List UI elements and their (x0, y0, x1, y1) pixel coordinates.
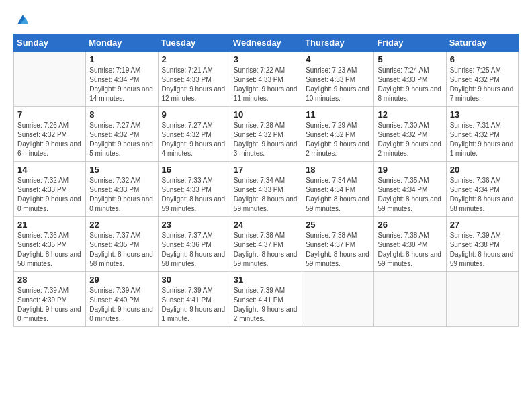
day-info: Sunrise: 7:39 AMSunset: 4:39 PMDaylight:… (17, 286, 82, 324)
day-info: Sunrise: 7:32 AMSunset: 4:33 PMDaylight:… (89, 176, 154, 214)
day-number: 27 (450, 220, 515, 230)
calendar-cell: 4Sunrise: 7:23 AMSunset: 4:33 PMDaylight… (302, 52, 374, 107)
day-info: Sunrise: 7:27 AMSunset: 4:32 PMDaylight:… (162, 121, 226, 158)
calendar-cell: 24Sunrise: 7:38 AMSunset: 4:37 PMDayligh… (230, 217, 302, 272)
day-info: Sunrise: 7:28 AMSunset: 4:32 PMDaylight:… (234, 121, 298, 158)
day-info: Sunrise: 7:22 AMSunset: 4:33 PMDaylight:… (234, 66, 298, 103)
calendar-cell: 16Sunrise: 7:33 AMSunset: 4:33 PMDayligh… (158, 162, 230, 217)
calendar-header-row: SundayMondayTuesdayWednesdayThursdayFrid… (14, 34, 519, 52)
calendar-cell: 11Sunrise: 7:29 AMSunset: 4:32 PMDayligh… (302, 107, 374, 162)
day-info: Sunrise: 7:24 AMSunset: 4:33 PMDaylight:… (378, 66, 442, 103)
weekday-header-tuesday: Tuesday (158, 34, 230, 52)
day-info: Sunrise: 7:39 AMSunset: 4:41 PMDaylight:… (162, 286, 226, 324)
day-info: Sunrise: 7:27 AMSunset: 4:32 PMDaylight:… (89, 121, 154, 158)
day-number: 30 (162, 275, 226, 285)
day-info: Sunrise: 7:31 AMSunset: 4:32 PMDaylight:… (450, 121, 515, 158)
page: SundayMondayTuesdayWednesdayThursdayFrid… (0, 0, 532, 411)
calendar-cell: 12Sunrise: 7:30 AMSunset: 4:32 PMDayligh… (374, 107, 446, 162)
calendar-cell (302, 272, 374, 327)
calendar-cell: 10Sunrise: 7:28 AMSunset: 4:32 PMDayligh… (230, 107, 302, 162)
logo-icon (15, 12, 30, 27)
calendar-cell: 19Sunrise: 7:35 AMSunset: 4:34 PMDayligh… (374, 162, 446, 217)
day-number: 15 (89, 165, 154, 175)
calendar-week-row: 28Sunrise: 7:39 AMSunset: 4:39 PMDayligh… (14, 272, 519, 327)
calendar-cell: 9Sunrise: 7:27 AMSunset: 4:32 PMDaylight… (158, 107, 230, 162)
day-number: 14 (17, 165, 82, 175)
day-number: 31 (234, 275, 298, 285)
day-info: Sunrise: 7:21 AMSunset: 4:33 PMDaylight:… (162, 66, 226, 103)
calendar-cell: 2Sunrise: 7:21 AMSunset: 4:33 PMDaylight… (158, 52, 230, 107)
day-number: 2 (162, 54, 226, 64)
calendar-cell: 25Sunrise: 7:38 AMSunset: 4:37 PMDayligh… (302, 217, 374, 272)
calendar-cell (14, 52, 86, 107)
weekday-header-thursday: Thursday (302, 34, 374, 52)
day-info: Sunrise: 7:32 AMSunset: 4:33 PMDaylight:… (17, 176, 82, 214)
calendar-week-row: 21Sunrise: 7:36 AMSunset: 4:35 PMDayligh… (14, 217, 519, 272)
day-info: Sunrise: 7:37 AMSunset: 4:36 PMDaylight:… (162, 231, 226, 269)
day-info: Sunrise: 7:25 AMSunset: 4:32 PMDaylight:… (450, 66, 515, 103)
logo (13, 12, 30, 27)
day-number: 22 (89, 220, 154, 230)
day-number: 21 (17, 220, 82, 230)
day-info: Sunrise: 7:34 AMSunset: 4:34 PMDaylight:… (306, 176, 370, 214)
day-number: 5 (378, 54, 442, 64)
day-number: 13 (450, 109, 515, 120)
weekday-header-sunday: Sunday (14, 34, 86, 52)
calendar-cell: 6Sunrise: 7:25 AMSunset: 4:32 PMDaylight… (446, 52, 518, 107)
day-number: 24 (234, 220, 298, 230)
calendar-cell: 18Sunrise: 7:34 AMSunset: 4:34 PMDayligh… (302, 162, 374, 217)
weekday-header-monday: Monday (86, 34, 158, 52)
weekday-header-wednesday: Wednesday (230, 34, 302, 52)
day-number: 29 (89, 275, 154, 285)
weekday-header-friday: Friday (374, 34, 446, 52)
day-info: Sunrise: 7:38 AMSunset: 4:37 PMDaylight:… (234, 231, 298, 269)
day-number: 20 (450, 165, 515, 175)
day-info: Sunrise: 7:23 AMSunset: 4:33 PMDaylight:… (306, 66, 370, 103)
day-info: Sunrise: 7:35 AMSunset: 4:34 PMDaylight:… (378, 176, 442, 214)
day-number: 1 (89, 54, 154, 64)
calendar-cell: 3Sunrise: 7:22 AMSunset: 4:33 PMDaylight… (230, 52, 302, 107)
calendar-cell: 22Sunrise: 7:37 AMSunset: 4:35 PMDayligh… (86, 217, 158, 272)
calendar-cell (446, 272, 518, 327)
day-info: Sunrise: 7:36 AMSunset: 4:34 PMDaylight:… (450, 176, 515, 214)
day-info: Sunrise: 7:37 AMSunset: 4:35 PMDaylight:… (89, 231, 154, 269)
day-info: Sunrise: 7:34 AMSunset: 4:33 PMDaylight:… (234, 176, 298, 214)
calendar-table: SundayMondayTuesdayWednesdayThursdayFrid… (13, 34, 519, 327)
day-number: 18 (306, 165, 370, 175)
calendar-week-row: 14Sunrise: 7:32 AMSunset: 4:33 PMDayligh… (14, 162, 519, 217)
day-number: 16 (162, 165, 226, 175)
day-info: Sunrise: 7:39 AMSunset: 4:38 PMDaylight:… (450, 231, 515, 269)
header (13, 12, 519, 27)
day-number: 4 (306, 54, 370, 64)
day-info: Sunrise: 7:33 AMSunset: 4:33 PMDaylight:… (162, 176, 226, 214)
calendar-cell: 27Sunrise: 7:39 AMSunset: 4:38 PMDayligh… (446, 217, 518, 272)
day-info: Sunrise: 7:39 AMSunset: 4:41 PMDaylight:… (234, 286, 298, 324)
calendar-cell: 13Sunrise: 7:31 AMSunset: 4:32 PMDayligh… (446, 107, 518, 162)
day-number: 19 (378, 165, 442, 175)
day-number: 9 (162, 109, 226, 120)
calendar-cell: 28Sunrise: 7:39 AMSunset: 4:39 PMDayligh… (14, 272, 86, 327)
calendar-cell: 8Sunrise: 7:27 AMSunset: 4:32 PMDaylight… (86, 107, 158, 162)
calendar-cell: 30Sunrise: 7:39 AMSunset: 4:41 PMDayligh… (158, 272, 230, 327)
calendar-week-row: 1Sunrise: 7:19 AMSunset: 4:34 PMDaylight… (14, 52, 519, 107)
day-number: 25 (306, 220, 370, 230)
calendar-cell: 26Sunrise: 7:38 AMSunset: 4:38 PMDayligh… (374, 217, 446, 272)
calendar-cell (374, 272, 446, 327)
day-info: Sunrise: 7:38 AMSunset: 4:37 PMDaylight:… (306, 231, 370, 269)
calendar-cell: 5Sunrise: 7:24 AMSunset: 4:33 PMDaylight… (374, 52, 446, 107)
calendar-cell: 1Sunrise: 7:19 AMSunset: 4:34 PMDaylight… (86, 52, 158, 107)
calendar-week-row: 7Sunrise: 7:26 AMSunset: 4:32 PMDaylight… (14, 107, 519, 162)
day-info: Sunrise: 7:26 AMSunset: 4:32 PMDaylight:… (17, 121, 82, 158)
calendar-cell: 29Sunrise: 7:39 AMSunset: 4:40 PMDayligh… (86, 272, 158, 327)
day-number: 26 (378, 220, 442, 230)
day-number: 3 (234, 54, 298, 64)
day-info: Sunrise: 7:36 AMSunset: 4:35 PMDaylight:… (17, 231, 82, 269)
day-info: Sunrise: 7:29 AMSunset: 4:32 PMDaylight:… (306, 121, 370, 158)
calendar-cell: 23Sunrise: 7:37 AMSunset: 4:36 PMDayligh… (158, 217, 230, 272)
calendar-cell: 17Sunrise: 7:34 AMSunset: 4:33 PMDayligh… (230, 162, 302, 217)
day-number: 23 (162, 220, 226, 230)
day-number: 12 (378, 109, 442, 120)
day-info: Sunrise: 7:39 AMSunset: 4:40 PMDaylight:… (89, 286, 154, 324)
day-number: 10 (234, 109, 298, 120)
day-info: Sunrise: 7:38 AMSunset: 4:38 PMDaylight:… (378, 231, 442, 269)
